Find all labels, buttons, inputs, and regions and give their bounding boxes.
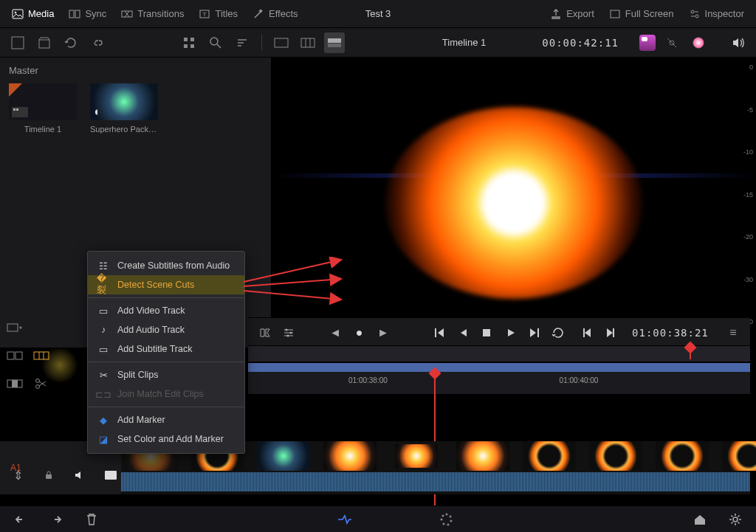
page-cut-icon[interactable] bbox=[334, 509, 355, 530]
svg-rect-0 bbox=[13, 10, 23, 18]
trash-icon[interactable] bbox=[81, 509, 102, 530]
inspector-icon bbox=[689, 8, 701, 20]
export-icon bbox=[550, 8, 562, 20]
transport-timecode[interactable]: 01:00:38:21 bbox=[632, 327, 709, 339]
edit-tools-column bbox=[4, 317, 52, 394]
svg-point-45 bbox=[450, 515, 452, 517]
link-icon[interactable] bbox=[87, 32, 108, 53]
next-edit-icon[interactable]: ► bbox=[374, 322, 393, 343]
toolbar: Timeline 1 00:00:42:11 bbox=[0, 28, 756, 58]
snap-icon[interactable] bbox=[255, 322, 275, 343]
mute-icon[interactable] bbox=[69, 465, 90, 486]
settings-gear-icon[interactable] bbox=[725, 509, 746, 530]
subtitle-track-icon: ▭ bbox=[97, 344, 110, 354]
prev-edit-icon[interactable]: ◄ bbox=[326, 322, 345, 343]
blade-tool-icon[interactable] bbox=[31, 373, 52, 394]
svg-rect-7 bbox=[611, 10, 619, 18]
jump-next-clip-icon[interactable] bbox=[601, 322, 620, 343]
ctx-add-subtitle-track[interactable]: ▭ Add Subtitle Track bbox=[88, 339, 244, 359]
tab-effects[interactable]: Effects bbox=[247, 5, 304, 23]
timeline-overview[interactable]: 01:00:38:00 01:00:40:00 bbox=[248, 345, 750, 394]
bottom-bar bbox=[0, 505, 756, 532]
jump-prev-clip-icon[interactable] bbox=[577, 322, 596, 343]
record-chip-icon[interactable] bbox=[639, 35, 656, 51]
svg-rect-19 bbox=[328, 38, 341, 43]
viewer[interactable]: 0-5-10-15-20-30-40 bbox=[271, 58, 756, 348]
bin-icon[interactable] bbox=[34, 32, 55, 53]
grid-view-icon[interactable] bbox=[179, 32, 199, 53]
color-wheel-icon[interactable] bbox=[688, 32, 709, 53]
image-icon bbox=[12, 8, 24, 20]
master-label[interactable]: Master bbox=[9, 65, 262, 76]
ctx-set-color-marker[interactable]: ◪ Set Color and Add Marker bbox=[88, 429, 244, 449]
page-color-icon[interactable] bbox=[436, 509, 457, 530]
clip-timeline1[interactable]: Timeline 1 bbox=[9, 83, 77, 134]
tab-fullscreen[interactable]: Full Screen bbox=[603, 5, 680, 23]
ctx-add-audio-track[interactable]: ♪ Add Audio Track bbox=[88, 320, 244, 339]
ctx-split-clips[interactable]: ✂ Split Clips bbox=[88, 365, 244, 384]
timeline-menu-icon[interactable]: ≡ bbox=[724, 322, 743, 343]
sliders-icon[interactable] bbox=[279, 322, 298, 343]
clip-view-b-icon[interactable] bbox=[298, 32, 318, 53]
go-end-icon[interactable] bbox=[525, 322, 544, 343]
transport-bar: ◄ ● ► 01:00:38:21 ≡ bbox=[248, 317, 750, 347]
scene-cut-icon: �裂 bbox=[97, 280, 110, 290]
overwrite-tool-icon[interactable] bbox=[4, 373, 25, 394]
video-toggle-icon[interactable] bbox=[100, 465, 121, 486]
play-icon[interactable] bbox=[501, 322, 520, 343]
timeline-range-bar[interactable] bbox=[248, 363, 750, 372]
clip-view-c-icon[interactable] bbox=[324, 32, 345, 53]
scene-cut-tool-icon[interactable] bbox=[31, 345, 52, 366]
track-height-icon[interactable]: ⇕ bbox=[7, 465, 28, 486]
tab-export[interactable]: Export bbox=[544, 5, 600, 23]
bypass-fx-icon[interactable] bbox=[662, 32, 682, 53]
redo-icon[interactable] bbox=[46, 509, 66, 530]
tab-transitions-label: Transitions bbox=[137, 8, 184, 19]
svg-rect-2 bbox=[69, 10, 74, 18]
ctx-add-video-track[interactable]: ▭ Add Video Track bbox=[88, 301, 244, 320]
tab-media[interactable]: Media bbox=[6, 5, 60, 23]
svg-rect-27 bbox=[7, 324, 18, 331]
lock-icon[interactable] bbox=[38, 465, 59, 486]
sort-icon[interactable] bbox=[232, 32, 252, 53]
svg-point-23 bbox=[693, 38, 704, 48]
svg-point-49 bbox=[441, 518, 443, 520]
timeline-ruler[interactable]: 01:00:38:00 01:00:40:00 bbox=[248, 372, 750, 394]
refresh-icon[interactable] bbox=[61, 32, 81, 53]
titles-icon: T bbox=[199, 8, 210, 20]
step-back-icon[interactable] bbox=[453, 322, 472, 343]
svg-point-47 bbox=[447, 523, 450, 525]
svg-rect-41 bbox=[483, 329, 490, 336]
home-icon[interactable] bbox=[690, 509, 710, 530]
svg-point-44 bbox=[446, 513, 448, 515]
source-timecode[interactable]: 00:00:42:11 bbox=[542, 37, 619, 49]
tab-titles-label: Titles bbox=[215, 8, 238, 19]
layout-icon[interactable] bbox=[7, 32, 28, 53]
tab-titles[interactable]: T Titles bbox=[193, 5, 244, 23]
svg-point-38 bbox=[286, 328, 288, 331]
ripple-tool-icon[interactable] bbox=[4, 345, 25, 366]
clip-view-a-icon[interactable] bbox=[271, 32, 292, 53]
search-icon[interactable] bbox=[205, 32, 226, 53]
stop-icon[interactable] bbox=[477, 322, 496, 343]
timeline-name[interactable]: Timeline 1 bbox=[442, 37, 486, 48]
clip-superhero[interactable]: Superhero Pack Tr... bbox=[90, 83, 158, 134]
tab-transitions[interactable]: Transitions bbox=[115, 5, 190, 23]
subtitles-icon: ☷ bbox=[97, 260, 110, 271]
ctx-detect-scene-cuts[interactable]: �裂 Detect Scene Cuts bbox=[88, 275, 244, 294]
loop-icon[interactable] bbox=[549, 322, 568, 343]
db-scale: 0-5-10-15-20-30-40 bbox=[734, 58, 756, 348]
ctx-add-marker[interactable]: ◆ Add Marker bbox=[88, 410, 244, 429]
tab-sync[interactable]: Sync bbox=[63, 5, 112, 23]
speaker-icon[interactable] bbox=[728, 32, 749, 53]
ctx-create-subtitles[interactable]: ☷ Create Subtitles from Audio bbox=[88, 256, 244, 275]
undo-icon[interactable] bbox=[10, 509, 31, 530]
sync-icon bbox=[69, 8, 80, 20]
append-tool-icon[interactable] bbox=[4, 317, 25, 338]
current-frame-icon[interactable]: ● bbox=[349, 322, 368, 343]
svg-point-39 bbox=[290, 331, 292, 334]
tab-inspector[interactable]: Inspector bbox=[683, 5, 750, 23]
svg-rect-13 bbox=[190, 38, 194, 41]
go-start-icon[interactable] bbox=[430, 322, 449, 343]
marker-icon: ◆ bbox=[97, 415, 110, 425]
